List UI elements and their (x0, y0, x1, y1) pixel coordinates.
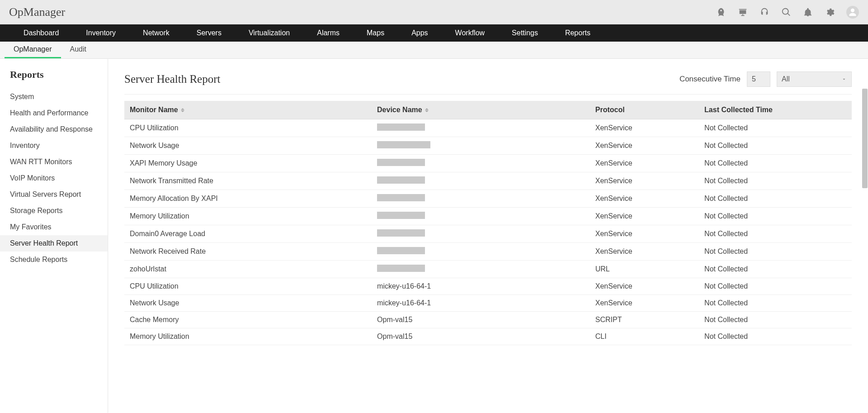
cell-device-name: Opm-val15 (372, 312, 590, 328)
page-title: Server Health Report (124, 73, 220, 85)
table-row[interactable]: Network Received RateXenServiceNot Colle… (124, 243, 852, 261)
cell-last-collected: Not Collected (699, 119, 852, 137)
page-scrollbar[interactable] (862, 59, 868, 413)
cell-last-collected: Not Collected (699, 137, 852, 155)
cell-monitor-name: Domain0 Average Load (124, 225, 372, 243)
sidebar-item-storage-reports[interactable]: Storage Reports (0, 203, 108, 219)
sidebar-item-availability-and-response[interactable]: Availability and Response (0, 121, 108, 138)
redacted-value (377, 123, 425, 131)
nav-item-maps[interactable]: Maps (353, 24, 398, 42)
redacted-value (377, 176, 425, 184)
table-row[interactable]: CPU UtilizationXenServiceNot Collected (124, 119, 852, 137)
cell-monitor-name: Network Transmitted Rate (124, 172, 372, 190)
scrollbar-thumb[interactable] (862, 89, 868, 188)
cell-last-collected: Not Collected (699, 312, 852, 328)
nav-item-workflow[interactable]: Workflow (442, 24, 499, 42)
main-nav: DashboardInventoryNetworkServersVirtuali… (0, 24, 868, 42)
nav-item-inventory[interactable]: Inventory (72, 24, 129, 42)
cell-device-name (372, 243, 590, 261)
table-row[interactable]: Cache MemoryOpm-val15SCRIPTNot Collected (124, 312, 852, 328)
subtab-audit[interactable]: Audit (61, 42, 95, 58)
nav-item-reports[interactable]: Reports (552, 24, 604, 42)
nav-item-servers[interactable]: Servers (183, 24, 235, 42)
nav-item-dashboard[interactable]: Dashboard (10, 24, 72, 42)
table-row[interactable]: Memory Allocation By XAPIXenServiceNot C… (124, 190, 852, 208)
search-icon[interactable] (781, 7, 791, 17)
consecutive-time-input[interactable] (747, 71, 770, 87)
col-protocol[interactable]: Protocol (590, 101, 699, 119)
brand-title: OpManager (9, 5, 65, 19)
redacted-value (377, 229, 425, 237)
cell-protocol: XenService (590, 278, 699, 295)
consecutive-time-label: Consecutive Time (679, 75, 741, 84)
sidebar-item-system[interactable]: System (0, 89, 108, 105)
chevron-down-icon (841, 76, 847, 82)
table-row[interactable]: Network Transmitted RateXenServiceNot Co… (124, 172, 852, 190)
report-table-body: CPU UtilizationXenServiceNot CollectedNe… (124, 119, 852, 345)
table-row[interactable]: Network Usagemickey-u16-64-1XenServiceNo… (124, 295, 852, 312)
page-header: Server Health Report Consecutive Time Al… (124, 71, 852, 95)
table-row[interactable]: Domain0 Average LoadXenServiceNot Collec… (124, 225, 852, 243)
subtab-opmanager[interactable]: OpManager (5, 42, 61, 58)
content-area: Server Health Report Consecutive Time Al… (108, 59, 868, 413)
nav-item-network[interactable]: Network (129, 24, 183, 42)
table-row[interactable]: zohoUrlstatURLNot Collected (124, 261, 852, 278)
filter-select-value: All (782, 75, 790, 83)
report-table-head: Monitor NameDevice NameProtocolLast Coll… (124, 101, 852, 119)
nav-item-apps[interactable]: Apps (398, 24, 441, 42)
sidebar-item-health-and-performance[interactable]: Health and Performance (0, 105, 108, 121)
header-controls: Consecutive Time All (679, 71, 852, 87)
sidebar-item-wan-rtt-monitors[interactable]: WAN RTT Monitors (0, 154, 108, 170)
nav-item-virtualization[interactable]: Virtualization (235, 24, 303, 42)
cell-monitor-name: zohoUrlstat (124, 261, 372, 278)
cell-last-collected: Not Collected (699, 295, 852, 312)
sidebar-item-voip-monitors[interactable]: VoIP Monitors (0, 170, 108, 186)
cell-device-name (372, 137, 590, 155)
cell-protocol: URL (590, 261, 699, 278)
nav-item-alarms[interactable]: Alarms (303, 24, 353, 42)
rocket-icon[interactable] (716, 7, 726, 17)
redacted-value (377, 159, 425, 166)
redacted-value (377, 212, 425, 219)
col-monitor-name[interactable]: Monitor Name (124, 101, 372, 119)
headset-icon[interactable] (760, 7, 769, 17)
table-row[interactable]: Memory UtilizationXenServiceNot Collecte… (124, 208, 852, 225)
presentation-icon[interactable] (738, 7, 748, 17)
cell-device-name (372, 208, 590, 225)
cell-last-collected: Not Collected (699, 172, 852, 190)
cell-protocol: XenService (590, 172, 699, 190)
sort-indicator-icon (181, 108, 184, 112)
cell-last-collected: Not Collected (699, 225, 852, 243)
table-row[interactable]: XAPI Memory UsageXenServiceNot Collected (124, 155, 852, 172)
col-device-name[interactable]: Device Name (372, 101, 590, 119)
sidebar-title: Reports (0, 69, 108, 89)
cell-protocol: SCRIPT (590, 312, 699, 328)
table-row[interactable]: CPU Utilizationmickey-u16-64-1XenService… (124, 278, 852, 295)
sidebar-item-virtual-servers-report[interactable]: Virtual Servers Report (0, 186, 108, 203)
cell-protocol: XenService (590, 190, 699, 208)
user-avatar[interactable] (846, 6, 859, 19)
nav-item-settings[interactable]: Settings (498, 24, 552, 42)
gear-icon[interactable] (825, 7, 835, 17)
sidebar-item-inventory[interactable]: Inventory (0, 138, 108, 154)
sort-indicator-icon (425, 108, 429, 112)
cell-monitor-name: Cache Memory (124, 312, 372, 328)
redacted-value (377, 141, 430, 148)
table-row[interactable]: Network UsageXenServiceNot Collected (124, 137, 852, 155)
cell-device-name: mickey-u16-64-1 (372, 278, 590, 295)
sidebar-item-server-health-report[interactable]: Server Health Report (0, 235, 108, 252)
cell-device-name (372, 225, 590, 243)
cell-monitor-name: Network Usage (124, 137, 372, 155)
cell-device-name (372, 172, 590, 190)
cell-last-collected: Not Collected (699, 261, 852, 278)
sidebar-item-my-favorites[interactable]: My Favorites (0, 219, 108, 235)
table-row[interactable]: Memory UtilizationOpm-val15CLINot Collec… (124, 328, 852, 345)
cell-monitor-name: Memory Allocation By XAPI (124, 190, 372, 208)
filter-select[interactable]: All (777, 71, 852, 87)
col-last-collected-time[interactable]: Last Collected Time (699, 101, 852, 119)
sidebar-item-schedule-reports[interactable]: Schedule Reports (0, 252, 108, 268)
cell-last-collected: Not Collected (699, 278, 852, 295)
cell-monitor-name: Network Received Rate (124, 243, 372, 261)
cell-protocol: XenService (590, 243, 699, 261)
bell-icon[interactable] (803, 7, 813, 17)
